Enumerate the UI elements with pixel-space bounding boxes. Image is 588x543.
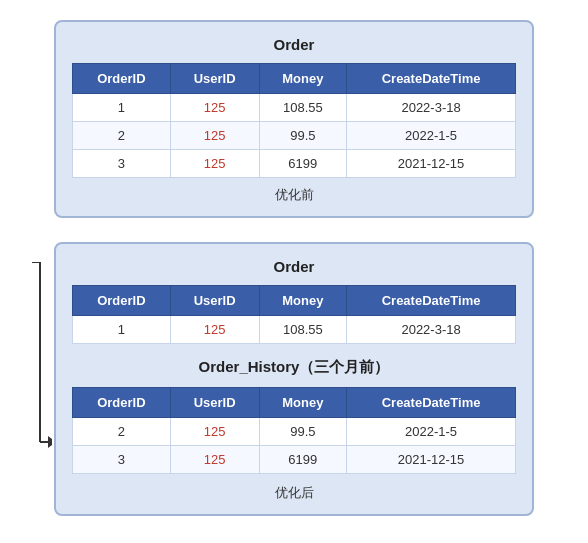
table-cell: 125: [170, 446, 259, 474]
arrow-svg: [20, 262, 52, 482]
table-cell: 2021-12-15: [347, 150, 516, 178]
table-cell: 2022-3-18: [347, 316, 516, 344]
bottom-history-col-money: Money: [259, 388, 347, 418]
bottom-history-col-date: CreateDateTime: [347, 388, 516, 418]
top-table: OrderID UserID Money CreateDateTime 1125…: [72, 63, 516, 178]
table-cell: 125: [170, 316, 259, 344]
table-cell: 2021-12-15: [347, 446, 516, 474]
table-row: 1125108.552022-3-18: [73, 94, 516, 122]
table-row: 212599.52022-1-5: [73, 122, 516, 150]
table-cell: 125: [170, 122, 259, 150]
table-cell: 125: [170, 94, 259, 122]
top-col-date: CreateDateTime: [347, 64, 516, 94]
table-cell: 2022-3-18: [347, 94, 516, 122]
table-cell: 125: [170, 418, 259, 446]
bottom-order-col-userid: UserID: [170, 286, 259, 316]
bottom-label: 优化后: [72, 484, 516, 502]
table-cell: 108.55: [259, 316, 347, 344]
top-col-money: Money: [259, 64, 347, 94]
table-cell: 125: [170, 150, 259, 178]
top-col-userid: UserID: [170, 64, 259, 94]
table-cell: 2022-1-5: [347, 122, 516, 150]
bottom-history-col-orderid: OrderID: [73, 388, 171, 418]
table-row: 312561992021-12-15: [73, 150, 516, 178]
table-row: 312561992021-12-15: [73, 446, 516, 474]
table-cell: 1: [73, 94, 171, 122]
table-row: 1125108.552022-3-18: [73, 316, 516, 344]
bottom-order-header-row: OrderID UserID Money CreateDateTime: [73, 286, 516, 316]
top-label: 优化前: [72, 186, 516, 204]
bottom-order-col-date: CreateDateTime: [347, 286, 516, 316]
bottom-order-title: Order: [72, 258, 516, 275]
table-cell: 6199: [259, 150, 347, 178]
table-cell: 99.5: [259, 122, 347, 150]
table-cell: 2022-1-5: [347, 418, 516, 446]
bottom-history-title: Order_History（三个月前）: [72, 358, 516, 377]
table-cell: 1: [73, 316, 171, 344]
top-table-header-row: OrderID UserID Money CreateDateTime: [73, 64, 516, 94]
bottom-history-header-row: OrderID UserID Money CreateDateTime: [73, 388, 516, 418]
bottom-outer-box: Order OrderID UserID Money CreateDateTim…: [54, 242, 534, 516]
table-cell: 99.5: [259, 418, 347, 446]
bottom-history-table: OrderID UserID Money CreateDateTime 2125…: [72, 387, 516, 474]
table-cell: 108.55: [259, 94, 347, 122]
table-row: 212599.52022-1-5: [73, 418, 516, 446]
table-cell: 3: [73, 446, 171, 474]
top-table-title: Order: [72, 36, 516, 53]
table-cell: 6199: [259, 446, 347, 474]
table-cell: 2: [73, 122, 171, 150]
top-section-box: Order OrderID UserID Money CreateDateTim…: [54, 20, 534, 218]
table-cell: 2: [73, 418, 171, 446]
top-col-orderid: OrderID: [73, 64, 171, 94]
diagram-wrapper: Order OrderID UserID Money CreateDateTim…: [20, 20, 568, 516]
svg-marker-2: [48, 436, 52, 448]
table-cell: 3: [73, 150, 171, 178]
bottom-wrapper: Order OrderID UserID Money CreateDateTim…: [54, 242, 534, 516]
bottom-order-table: OrderID UserID Money CreateDateTime 1125…: [72, 285, 516, 344]
bottom-order-col-orderid: OrderID: [73, 286, 171, 316]
bottom-order-col-money: Money: [259, 286, 347, 316]
bottom-history-col-userid: UserID: [170, 388, 259, 418]
